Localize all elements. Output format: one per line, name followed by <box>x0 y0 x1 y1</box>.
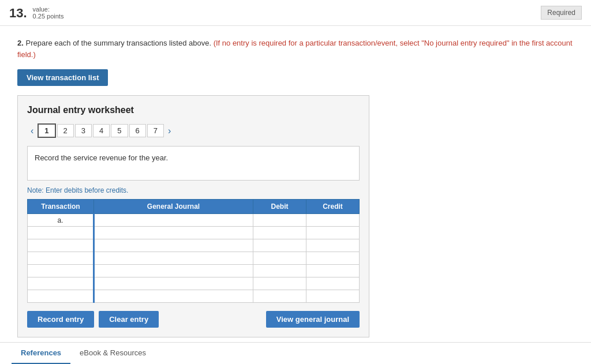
transaction-cell <box>28 227 94 239</box>
journal-input[interactable] <box>95 239 253 252</box>
credit-input[interactable] <box>306 290 359 302</box>
page-4-button[interactable]: 4 <box>93 124 110 137</box>
footer-tabs: References eBook & Resources <box>0 342 591 349</box>
credit-cell[interactable] <box>306 227 360 239</box>
question-number-inline: 2. <box>17 39 24 47</box>
question-meta: value: 0.25 points <box>33 6 64 20</box>
worksheet-title: Journal entry worksheet <box>27 105 360 115</box>
credit-cell[interactable] <box>306 277 360 290</box>
journal-input[interactable] <box>95 265 253 277</box>
debit-input[interactable] <box>253 290 306 302</box>
journal-cell[interactable] <box>94 277 253 290</box>
table-row <box>28 239 360 252</box>
journal-input[interactable] <box>95 277 253 290</box>
transaction-cell <box>28 239 94 252</box>
credit-input[interactable] <box>306 239 359 252</box>
table-row <box>28 290 360 303</box>
table-row <box>28 265 360 277</box>
journal-input[interactable] <box>95 290 253 302</box>
journal-cell[interactable] <box>94 290 253 303</box>
col-header-journal: General Journal <box>94 200 253 214</box>
credit-input[interactable] <box>306 227 359 239</box>
credit-cell[interactable] <box>306 290 360 303</box>
table-row <box>28 252 360 265</box>
table-row <box>28 227 360 239</box>
view-general-journal-button[interactable]: View general journal <box>266 311 360 328</box>
col-header-transaction: Transaction <box>28 200 94 214</box>
tab-references[interactable]: References <box>12 343 70 349</box>
page-2-button[interactable]: 2 <box>57 124 74 137</box>
debit-cell[interactable] <box>253 252 306 265</box>
credit-input[interactable] <box>306 214 359 226</box>
debit-cell[interactable] <box>253 277 306 290</box>
credit-cell[interactable] <box>306 214 360 227</box>
col-header-credit: Credit <box>306 200 360 214</box>
page-7-button[interactable]: 7 <box>147 124 164 137</box>
transaction-cell <box>28 277 94 290</box>
debit-input[interactable] <box>253 214 306 226</box>
header-left: 13. value: 0.25 points <box>9 6 63 21</box>
transaction-cell: a. <box>28 214 94 227</box>
debit-cell[interactable] <box>253 265 306 277</box>
pagination: ‹ 1 2 3 4 5 6 7 › <box>27 123 360 138</box>
prev-page-button[interactable]: ‹ <box>27 125 37 137</box>
main-content: 2. Prepare each of the summary transacti… <box>0 26 591 349</box>
debit-input[interactable] <box>253 239 306 252</box>
debit-cell[interactable] <box>253 239 306 252</box>
header-bar: 13. value: 0.25 points Required <box>0 0 591 26</box>
journal-input[interactable] <box>95 214 253 226</box>
transaction-cell <box>28 290 94 303</box>
question-body: Prepare each of the summary transactions… <box>25 39 211 47</box>
journal-table: Transaction General Journal Debit Credit… <box>27 199 360 303</box>
journal-cell[interactable] <box>94 214 253 227</box>
journal-cell[interactable] <box>94 239 253 252</box>
debit-input[interactable] <box>253 227 306 239</box>
clear-entry-button[interactable]: Clear entry <box>99 311 159 328</box>
table-row <box>28 277 360 290</box>
debit-cell[interactable] <box>253 290 306 303</box>
worksheet-container: Journal entry worksheet ‹ 1 2 3 4 5 6 7 … <box>17 95 369 337</box>
journal-cell[interactable] <box>94 227 253 239</box>
journal-cell[interactable] <box>94 265 253 277</box>
page-3-button[interactable]: 3 <box>75 124 92 137</box>
table-row: a. <box>28 214 360 227</box>
debit-input[interactable] <box>253 265 306 277</box>
page-6-button[interactable]: 6 <box>129 124 146 137</box>
journal-cell[interactable] <box>94 252 253 265</box>
required-badge: Required <box>541 6 582 20</box>
question-number: 13. <box>9 6 27 21</box>
record-entry-button[interactable]: Record entry <box>27 311 94 328</box>
page-5-button[interactable]: 5 <box>111 124 128 137</box>
note-text: Note: Enter debits before credits. <box>27 186 360 194</box>
credit-cell[interactable] <box>306 239 360 252</box>
buttons-row: Record entry Clear entry View general jo… <box>27 311 360 328</box>
tab-ebook[interactable]: eBook & Resources <box>70 343 155 349</box>
col-header-debit: Debit <box>253 200 306 214</box>
description-box: Record the service revenue for the year. <box>27 146 360 181</box>
debit-input[interactable] <box>253 277 306 290</box>
credit-input[interactable] <box>306 265 359 277</box>
credit-cell[interactable] <box>306 265 360 277</box>
transaction-cell <box>28 265 94 277</box>
debit-input[interactable] <box>253 252 306 264</box>
credit-input[interactable] <box>306 252 359 264</box>
credit-input[interactable] <box>306 277 359 290</box>
debit-cell[interactable] <box>253 214 306 227</box>
journal-input[interactable] <box>95 227 253 239</box>
value-label: value: <box>33 6 64 13</box>
question-text: 2. Prepare each of the summary transacti… <box>17 37 574 60</box>
next-page-button[interactable]: › <box>164 125 174 137</box>
view-transaction-list-button[interactable]: View transaction list <box>17 69 108 86</box>
transaction-cell <box>28 252 94 265</box>
points-value: 0.25 points <box>33 13 64 20</box>
journal-input[interactable] <box>95 252 253 264</box>
page-1-button[interactable]: 1 <box>38 123 55 138</box>
debit-cell[interactable] <box>253 227 306 239</box>
credit-cell[interactable] <box>306 252 360 265</box>
